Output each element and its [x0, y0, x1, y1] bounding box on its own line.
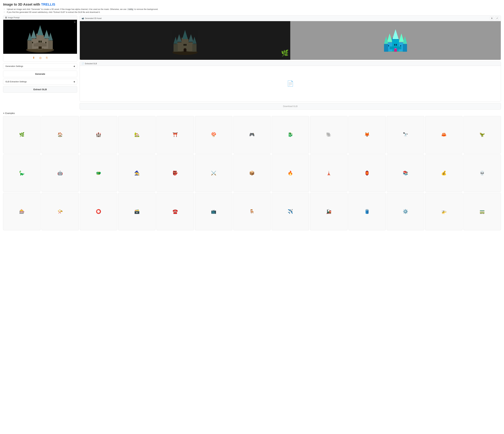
image-icon: 🖼	[5, 17, 7, 19]
trellis-link[interactable]: TRELLIS	[41, 2, 55, 6]
example-item-6[interactable]: 🎮	[233, 116, 271, 154]
castle-wireframe	[380, 25, 411, 56]
generated-3d-content: 🌿	[80, 21, 501, 60]
image-prompt-panel: 🖼 Image Prompt	[3, 15, 77, 62]
svg-marker-44	[177, 34, 182, 42]
example-item-13[interactable]: 🦕	[3, 155, 41, 192]
examples-grid-row3: 🎰 📯 ⭕ 🗃️ ☎️ 📺 🪑 ✈️ 🚂 🛢️ ⚙️ 🚁 🚃	[3, 193, 501, 230]
example-item-11[interactable]: 🦀	[425, 116, 463, 154]
right-panel: 📹 Generated 3D Asset ⬇ ↗	[80, 15, 501, 110]
example-item-25[interactable]: 💀	[463, 155, 501, 192]
svg-rect-47	[173, 44, 178, 52]
example-item-38[interactable]: 🚃	[463, 193, 501, 230]
svg-marker-50	[192, 37, 197, 44]
example-item-17[interactable]: 👺	[156, 155, 194, 192]
svg-rect-71	[396, 44, 397, 46]
example-item-32[interactable]: 🪑	[233, 193, 271, 230]
example-item-27[interactable]: 📯	[42, 193, 79, 230]
svg-rect-63	[384, 44, 388, 52]
example-item-22[interactable]: 🏮	[349, 155, 386, 192]
examples-header: ≡ Examples	[3, 112, 501, 114]
examples-header-label: Examples	[5, 112, 15, 114]
image-prompt-label: Image Prompt	[8, 17, 19, 19]
example-item-3[interactable]: 🏡	[118, 116, 156, 154]
example-item-21[interactable]: 🗼	[310, 155, 348, 192]
copy-button[interactable]: ⎘	[45, 55, 48, 60]
example-item-30[interactable]: ☎️	[156, 193, 194, 230]
svg-rect-42	[184, 49, 186, 52]
example-item-36[interactable]: ⚙️	[387, 193, 424, 230]
svg-rect-35	[38, 49, 42, 50]
example-item-5[interactable]: 🍄	[195, 116, 232, 154]
example-item-8[interactable]: 🐘	[310, 116, 348, 154]
example-item-37[interactable]: 🚁	[425, 193, 463, 230]
example-item-31[interactable]: 📺	[195, 193, 232, 230]
example-item-2[interactable]: 🏰	[80, 116, 117, 154]
close-image-button[interactable]: ✕	[74, 21, 76, 24]
svg-marker-60	[387, 34, 392, 42]
download-icon-button[interactable]: ⬇	[490, 17, 494, 20]
extract-glb-button[interactable]: Extract GLB	[3, 86, 77, 93]
example-item-4[interactable]: ⛩️	[156, 116, 194, 154]
generation-settings-row[interactable]: Generation Settings ◀	[3, 63, 77, 69]
svg-rect-30	[40, 41, 42, 42]
example-item-33[interactable]: ✈️	[272, 193, 309, 230]
file-icon: 📄	[82, 63, 84, 65]
svg-rect-53	[185, 44, 186, 46]
glb-settings-triangle: ◀	[73, 81, 75, 83]
menu-icon: ≡	[3, 112, 4, 114]
examples-grid-row1: 🌿 🏠 🏰 🏡 ⛩️ 🍄 🎮 🐉 🐘 🦊 🔭 🦀 🦖	[3, 116, 501, 154]
page-title: Image to 3D Asset with TRELLIS	[3, 2, 501, 7]
instruction-2: If you find the generated 3D asset satis…	[4, 11, 501, 13]
extracted-glb-panel: 📄 Extracted GLB 📄	[80, 62, 501, 102]
example-item-9[interactable]: 🦊	[349, 116, 386, 154]
example-item-26[interactable]: 🎰	[3, 193, 41, 230]
svg-marker-22	[27, 33, 32, 40]
example-item-19[interactable]: 📦	[233, 155, 271, 192]
example-item-14[interactable]: 🤖	[42, 155, 79, 192]
svg-rect-31	[32, 42, 33, 43]
example-item-0[interactable]: 🌿	[3, 116, 41, 154]
generation-settings-triangle: ◀	[73, 65, 75, 67]
example-item-10[interactable]: 🔭	[387, 116, 424, 154]
svg-rect-65	[403, 44, 407, 52]
extracted-glb-label: Extracted GLB	[85, 63, 97, 65]
example-item-18[interactable]: ⚔️	[195, 155, 232, 192]
svg-rect-72	[388, 45, 389, 46]
example-item-7[interactable]: 🐉	[272, 116, 309, 154]
download-glb-button[interactable]: Download GLB	[80, 103, 501, 110]
example-item-1[interactable]: 🏠	[42, 116, 79, 154]
image-toolbar: ⬆ ◎ ⎘	[3, 54, 77, 62]
castle-view-right	[290, 21, 501, 60]
example-item-16[interactable]: 🧙	[118, 155, 156, 192]
example-item-29[interactable]: 🗃️	[118, 193, 156, 230]
generated-3d-header: 📹 Generated 3D Asset ⬇ ↗	[80, 16, 501, 21]
svg-marker-27	[48, 33, 53, 40]
castle-view-left: 🌿	[80, 21, 290, 60]
upload-button[interactable]: ⬆	[32, 55, 36, 60]
main-layout: 🖼 Image Prompt	[3, 15, 501, 110]
example-item-15[interactable]: 🐲	[80, 155, 117, 192]
generate-button[interactable]: Generate	[3, 71, 77, 77]
image-prompt-area[interactable]: ✕	[3, 20, 77, 54]
svg-rect-32	[45, 42, 46, 43]
svg-marker-66	[403, 36, 407, 44]
example-item-28[interactable]: ⭕	[80, 193, 117, 230]
example-item-35[interactable]: 🛢️	[349, 193, 386, 230]
svg-rect-49	[192, 44, 197, 52]
svg-marker-62	[399, 34, 404, 42]
glb-extraction-settings-row[interactable]: GLB Extraction Settings ◀	[3, 79, 77, 84]
example-item-20[interactable]: 🔥	[272, 155, 309, 192]
example-item-24[interactable]: 💰	[425, 155, 463, 192]
svg-rect-52	[184, 44, 185, 46]
castle-rendered-left	[170, 25, 200, 56]
instruction-1: Upload an image and click "Generate" to …	[4, 8, 501, 10]
generation-settings-label: Generation Settings	[5, 65, 23, 67]
examples-grid-row2: 🦕 🤖 🐲 🧙 👺 ⚔️ 📦 🔥 🗼 🏮 📚 💰 💀	[3, 155, 501, 192]
scan-button[interactable]: ◎	[39, 55, 42, 60]
example-item-34[interactable]: 🚂	[310, 193, 348, 230]
example-item-12[interactable]: 🦖	[463, 116, 501, 154]
example-item-23[interactable]: 📚	[387, 155, 424, 192]
extracted-glb-content: 📄	[80, 66, 501, 101]
share-icon-button[interactable]: ↗	[495, 17, 499, 20]
